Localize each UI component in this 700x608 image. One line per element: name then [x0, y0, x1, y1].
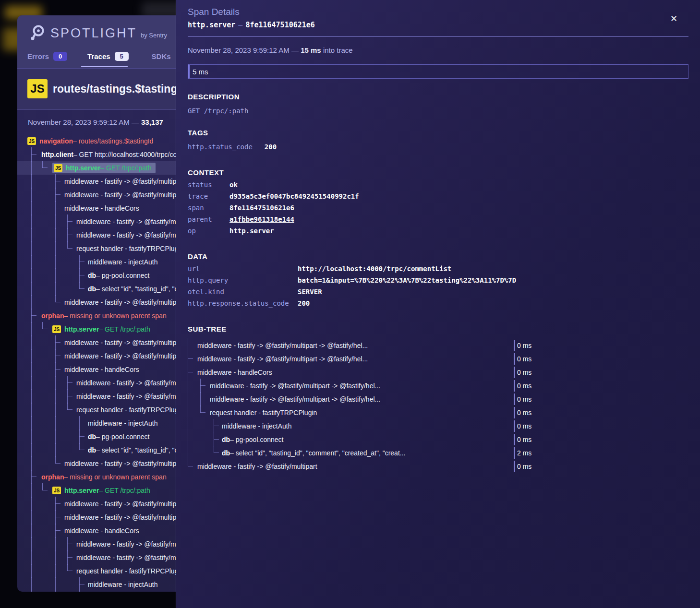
tree-guide-line: [31, 295, 32, 310]
tree-guide-line: [31, 497, 32, 511]
span-description-text: middleware - fastify -> @fastify/multipa…: [197, 463, 317, 470]
subtree-span-row[interactable]: middleware - handleCors0 ms: [187, 366, 689, 379]
data-row: http.response.status_code200: [188, 299, 688, 311]
tree-guide-line: [55, 241, 56, 256]
span-label: middleware - handleCors: [64, 527, 139, 535]
tree-guide-line: [31, 577, 32, 592]
tree-branch-tick: [67, 396, 72, 396]
tree-branch-tick: [79, 450, 84, 450]
trace-timestamp-text: November 28, 2023 9:59:12 AM —: [28, 118, 139, 126]
span-description-text: – pg-pool.connect: [96, 272, 149, 279]
tags-list: http.status_code200: [188, 143, 688, 155]
span-description-text: request handler - fastifyTRPCPlugin: [76, 406, 183, 414]
data-key: http.response.status_code: [188, 299, 298, 307]
tree-branch-tick: [79, 436, 84, 437]
tree-guide-line: [55, 564, 56, 578]
span-description-text: middleware - fastify -> @fastify/multipa…: [64, 298, 184, 306]
span-subtitle: http.server—8fe11647510621e6: [188, 21, 688, 29]
tree-guide-line: [55, 228, 56, 242]
span-label: orphan – missing or unknown parent span: [41, 312, 167, 320]
span-label: JShttp.server – GET /trpc/:path: [52, 163, 156, 173]
span-description-text: middleware - handleCors: [64, 366, 139, 373]
tree-guide-line: [31, 309, 32, 323]
tree-branch-tick: [188, 358, 193, 359]
tree-branch-tick: [67, 248, 72, 249]
span-op-name: orphan: [41, 312, 64, 320]
span-duration: 0 ms: [514, 393, 531, 405]
tree-branch-tick: [79, 262, 84, 262]
span-op-name: db: [88, 272, 96, 279]
tree-guide-line: [55, 456, 56, 464]
span-op-name: orphan: [41, 473, 64, 481]
tree-guide-line: [31, 537, 32, 551]
tree-guide-line: [31, 349, 32, 363]
tab-errors[interactable]: Errors0: [27, 52, 67, 61]
span-description-text: – GET /trpc/:path: [99, 325, 150, 333]
tree-guide-line: [67, 550, 68, 565]
span-description-text: – GET /trpc/:path: [100, 164, 151, 172]
subtree-span-row[interactable]: middleware - fastify -> @fastify/multipa…: [187, 352, 689, 366]
tree-guide-line: [31, 335, 32, 350]
tree-guide-line: [55, 282, 56, 296]
span-label: db – select "id", "tasting_id", "comment…: [222, 449, 405, 457]
tree-guide-line: [55, 188, 56, 202]
span-duration: 0 ms: [514, 353, 531, 365]
span-description-text: middleware - injectAuth: [222, 422, 292, 430]
tab-traces[interactable]: Traces5: [87, 52, 129, 61]
section-heading-tags: TAGS: [188, 129, 688, 137]
subtree-span-row[interactable]: middleware - fastify -> @fastify/multipa…: [187, 393, 689, 406]
data-row: http.querybatch=1&input=%7B%220%22%3A%7B…: [188, 276, 688, 288]
tree-guide-line: [55, 497, 56, 511]
tree-guide-line: [31, 241, 32, 256]
tab-label: SDKs: [152, 52, 171, 60]
tree-branch-tick: [67, 557, 72, 558]
tree-branch-tick: [214, 426, 219, 426]
span-timestamp-suffix: into trace: [323, 46, 353, 54]
subtree-span-tree: middleware - fastify -> @fastify/multipa…: [187, 339, 689, 473]
span-duration: 2 ms: [514, 447, 531, 459]
tree-guide-line: [55, 510, 56, 525]
span-op: http.server: [188, 21, 235, 29]
header-divider: [188, 36, 688, 37]
span-duration: 0 ms: [514, 407, 531, 418]
close-icon[interactable]: ✕: [670, 14, 677, 23]
context-list: statusoktraced935a5c3ef0047bc84924515409…: [188, 181, 688, 238]
context-key: trace: [188, 192, 229, 200]
tree-branch-tick: [42, 490, 48, 490]
tab-sdks[interactable]: SDKs: [152, 52, 171, 60]
context-link-value[interactable]: a1fbbe961318e144: [229, 215, 294, 223]
tree-guide-line: [31, 255, 32, 269]
tree-guide-line: [55, 268, 56, 283]
tree-guide-line: [188, 432, 188, 447]
span-label: middleware - injectAuth: [88, 581, 158, 588]
span-op-name: db: [88, 446, 96, 454]
span-description-text: middleware - handleCors: [197, 369, 272, 376]
subtree-span-row[interactable]: middleware - fastify -> @fastify/multipa…: [187, 379, 689, 393]
subtree-span-row[interactable]: db – select "id", "tasting_id", "comment…: [187, 446, 689, 460]
tree-branch-tick: [55, 369, 60, 370]
tree-branch-tick: [55, 208, 60, 208]
subtree-span-row[interactable]: middleware - fastify -> @fastify/multipa…: [187, 339, 689, 352]
tree-guide-line: [55, 255, 56, 269]
tree-guide-line: [55, 577, 56, 592]
subtree-span-row[interactable]: middleware - fastify -> @fastify/multipa…: [187, 460, 689, 473]
span-label: db – pg-pool.connect: [88, 433, 149, 441]
context-row: ophttp.server: [188, 227, 688, 238]
tree-branch-tick: [55, 503, 60, 504]
tree-guide-line: [31, 483, 32, 498]
tree-guide-line: [55, 295, 56, 302]
subtree-span-row[interactable]: middleware - injectAuth0 ms: [187, 419, 689, 433]
data-key: url: [188, 265, 298, 273]
span-duration-bar[interactable]: 5 ms: [188, 64, 688, 79]
span-label: middleware - fastify -> @fastify/multipa…: [64, 298, 184, 306]
subtree-span-row[interactable]: request handler - fastifyTRPCPlugin0 ms: [187, 406, 689, 419]
tree-guide-line: [67, 537, 68, 551]
tree-guide-line: [67, 564, 68, 571]
tree-branch-tick: [31, 315, 36, 316]
tree-guide-line: [31, 564, 32, 578]
span-label: middleware - injectAuth: [222, 422, 292, 430]
subtree-span-row[interactable]: db – pg-pool.connect0 ms: [187, 433, 689, 446]
span-op-name: db: [88, 433, 96, 441]
tree-branch-tick: [214, 453, 219, 453]
span-op-name: db: [222, 449, 230, 457]
